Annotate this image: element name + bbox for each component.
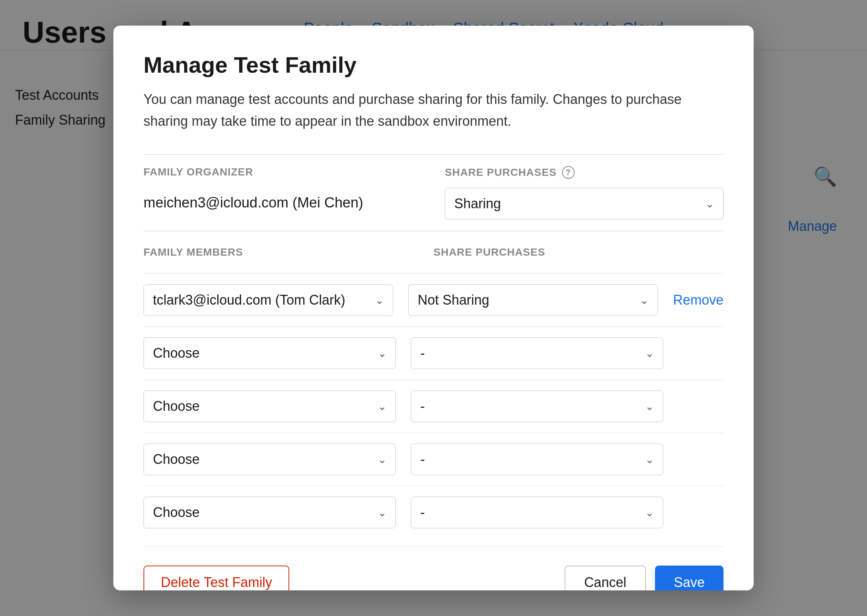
chevron-down-icon: ⌄ — [378, 400, 386, 413]
chevron-down-icon: ⌄ — [640, 294, 648, 306]
member-2-value: Choose — [153, 345, 378, 361]
modal-title: Manage Test Family — [143, 52, 724, 78]
help-icon[interactable]: ? — [562, 166, 575, 179]
family-members-label: FAMILY MEMBERS — [143, 246, 419, 258]
share-purchases-label: SHARE PURCHASES ? — [445, 166, 724, 179]
chevron-down-icon: ⌄ — [645, 347, 654, 360]
organizer-email: meichen3@icloud.com (Mei Chen) — [143, 187, 422, 218]
member-row: tclark3@icloud.com (Tom Clark) ⌄ Not Sha… — [143, 273, 724, 327]
member-2-share-value: - — [420, 345, 645, 361]
member-row: Choose ⌄ - ⌄ — [143, 433, 724, 486]
modal-overlay: Manage Test Family You can manage test a… — [0, 0, 867, 616]
organizer-section: FAMILY ORGANIZER meichen3@icloud.com (Me… — [143, 155, 724, 231]
member-4-value: Choose — [153, 451, 378, 467]
member-5-share-dropdown[interactable]: - ⌄ — [411, 497, 663, 528]
member-1-dropdown[interactable]: tclark3@icloud.com (Tom Clark) ⌄ — [143, 284, 393, 316]
member-3-value: Choose — [153, 398, 378, 414]
member-4-share-dropdown[interactable]: - ⌄ — [411, 443, 663, 475]
chevron-down-icon: ⌄ — [645, 506, 654, 519]
footer-actions: Cancel Save — [565, 566, 724, 590]
chevron-down-icon: ⌄ — [378, 453, 386, 466]
chevron-down-icon: ⌄ — [645, 400, 654, 413]
organizer-email-text: meichen3@icloud.com — [143, 195, 288, 211]
chevron-down-icon: ⌄ — [378, 347, 386, 360]
member-row: Choose ⌄ - ⌄ — [143, 380, 724, 433]
organizer-name-text: (Mei Chen) — [293, 195, 363, 211]
organizer-col: FAMILY ORGANIZER meichen3@icloud.com (Me… — [143, 166, 422, 220]
modal: Manage Test Family You can manage test a… — [113, 26, 754, 590]
member-4-share-value: - — [420, 451, 645, 467]
modal-description: You can manage test accounts and purchas… — [143, 88, 724, 132]
member-4-dropdown[interactable]: Choose ⌄ — [143, 443, 396, 475]
organizer-share-purchases-dropdown[interactable]: Sharing ⌄ — [445, 188, 724, 220]
delete-test-family-button[interactable]: Delete Test Family — [143, 566, 289, 590]
modal-footer: Delete Test Family Cancel Save — [143, 546, 724, 590]
member-2-dropdown[interactable]: Choose ⌄ — [143, 337, 396, 369]
member-3-share-dropdown[interactable]: - ⌄ — [411, 390, 663, 422]
members-section: FAMILY MEMBERS SHARE PURCHASES tclark3@i… — [143, 246, 724, 539]
members-header: FAMILY MEMBERS SHARE PURCHASES — [143, 246, 724, 273]
member-1-share-dropdown[interactable]: Not Sharing ⌄ — [408, 284, 658, 316]
member-3-share-value: - — [420, 398, 645, 414]
family-organizer-label: FAMILY ORGANIZER — [143, 166, 422, 178]
member-5-value: Choose — [153, 504, 378, 520]
member-1-share-value: Not Sharing — [418, 292, 640, 308]
member-1-value: tclark3@icloud.com (Tom Clark) — [153, 292, 375, 308]
member-row: Choose ⌄ - ⌄ — [143, 327, 724, 380]
save-button[interactable]: Save — [655, 566, 724, 590]
organizer-share-purchases-value: Sharing — [454, 196, 705, 212]
member-row: Choose ⌄ - ⌄ — [143, 486, 724, 539]
cancel-button[interactable]: Cancel — [565, 566, 646, 590]
member-1-remove-button[interactable]: Remove — [673, 292, 724, 308]
chevron-down-icon: ⌄ — [705, 198, 714, 210]
share-purchases-members-label: SHARE PURCHASES — [433, 246, 708, 258]
member-5-share-value: - — [420, 504, 645, 520]
share-purchases-col: SHARE PURCHASES ? Sharing ⌄ — [445, 166, 724, 220]
member-2-share-dropdown[interactable]: - ⌄ — [411, 337, 663, 369]
member-5-dropdown[interactable]: Choose ⌄ — [143, 497, 396, 528]
chevron-down-icon: ⌄ — [378, 506, 386, 519]
chevron-down-icon: ⌄ — [645, 453, 654, 466]
chevron-down-icon: ⌄ — [375, 294, 384, 306]
member-3-dropdown[interactable]: Choose ⌄ — [143, 390, 396, 422]
